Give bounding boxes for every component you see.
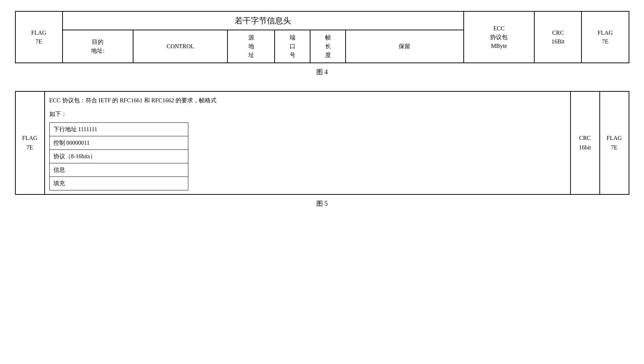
cell-src-addr: 源地址 xyxy=(227,30,275,63)
figure4-table: FLAG7E 若干字节信息头 ECC协议包MByte CRC16Bit FLAG… xyxy=(15,11,629,63)
cell-dest-addr: 目的地址: xyxy=(63,30,133,63)
content-line2: 如下： xyxy=(49,109,566,120)
inner-cell-4: 信息 xyxy=(49,163,188,177)
figure5-container: FLAG7E ECC 协议包：符合 IETF 的 RFC1661 和 RFC16… xyxy=(15,91,629,208)
cell-ecc: ECC协议包MByte xyxy=(464,11,535,63)
figure5-caption: 图 5 xyxy=(15,199,629,208)
page-container: FLAG7E 若干字节信息头 ECC协议包MByte CRC16Bit FLAG… xyxy=(15,11,629,208)
inner-cell-3: 协议（8-16bits） xyxy=(49,149,188,163)
cell-reserved: 保留 xyxy=(346,30,464,63)
figure4-container: FLAG7E 若干字节信息头 ECC协议包MByte CRC16Bit FLAG… xyxy=(15,11,629,76)
cell-content: ECC 协议包：符合 IETF 的 RFC1661 和 RFC1662 的要求，… xyxy=(45,91,570,194)
cell-flag-end: FLAG7E xyxy=(581,11,629,63)
cell-header-span: 若干字节信息头 xyxy=(63,11,464,30)
cell-flag2: FLAG7E xyxy=(15,91,45,194)
inner-row-2: 控制 00000011 xyxy=(49,136,188,149)
figure5-table: FLAG7E ECC 协议包：符合 IETF 的 RFC1661 和 RFC16… xyxy=(15,91,629,195)
inner-cell-1: 下行地址 1111111 xyxy=(49,122,188,136)
cell-port: 端口号 xyxy=(275,30,310,63)
inner-row-4: 信息 xyxy=(49,163,188,177)
figure4-caption: 图 4 xyxy=(15,68,629,76)
inner-cell-2: 控制 00000011 xyxy=(49,136,188,149)
inner-table: 下行地址 1111111 控制 00000011 协议（8-16bits） 信息 xyxy=(49,122,188,190)
inner-row-1: 下行地址 1111111 xyxy=(49,122,188,136)
content-line1: ECC 协议包：符合 IETF 的 RFC1661 和 RFC1662 的要求，… xyxy=(49,95,566,106)
inner-cell-5: 填充 xyxy=(49,177,188,190)
inner-row-5: 填充 xyxy=(49,177,188,190)
cell-frame-length: 帧长度 xyxy=(310,30,346,63)
table-row-header: FLAG7E 若干字节信息头 ECC协议包MByte CRC16Bit FLAG… xyxy=(15,11,629,30)
cell-flag: FLAG7E xyxy=(15,11,63,63)
cell-crc: CRC16Bit xyxy=(534,11,581,63)
cell-crc2: CRC16bit xyxy=(570,91,600,194)
table-row: FLAG7E ECC 协议包：符合 IETF 的 RFC1661 和 RFC16… xyxy=(15,91,629,194)
inner-row-3: 协议（8-16bits） xyxy=(49,149,188,163)
cell-control: CONTROL xyxy=(133,30,227,63)
cell-flag-end2: FLAG7E xyxy=(600,91,629,194)
